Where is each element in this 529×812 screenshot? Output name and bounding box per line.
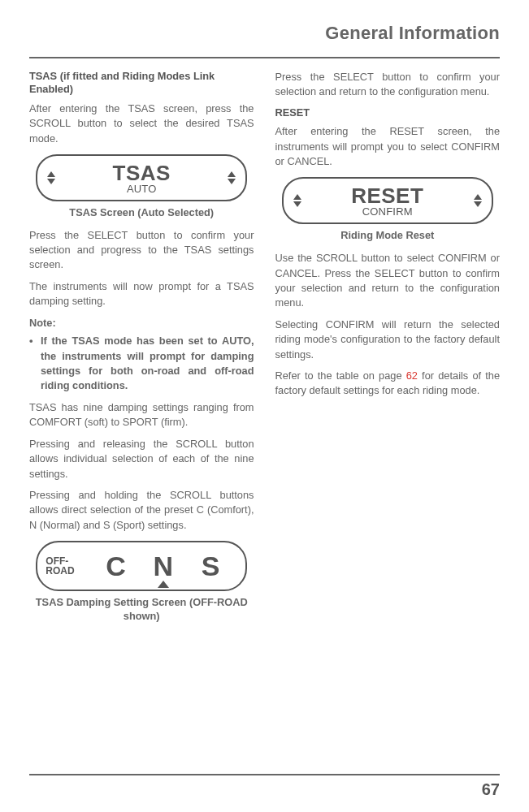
right-column: Press the SELECT button to confirm your … [275, 70, 501, 631]
tsas-heading: TSAS (if fitted and Riding Modes Link En… [29, 70, 254, 97]
arrow-up-icon [474, 194, 482, 200]
left-column: TSAS (if fitted and Riding Modes Link En… [29, 70, 254, 631]
tsas-lcd-screen: TSAS AUTO [36, 154, 247, 201]
page-title: General Information [29, 23, 500, 58]
selection-pointer-icon [158, 581, 169, 588]
reset-p3: Use the SCROLL button to select CONFIRM … [275, 251, 501, 311]
arrow-up-icon [47, 171, 55, 177]
tsas-p5: Pressing and releasing the SCROLL button… [29, 437, 254, 482]
scroll-arrows-left [47, 171, 55, 184]
right-p1: Press the SELECT button to confirm your … [275, 70, 501, 100]
arrow-down-icon [474, 201, 482, 207]
lcd-subtitle: CONFIRM [362, 206, 413, 217]
scroll-arrows-right [228, 171, 236, 184]
scroll-arrows-left [293, 194, 301, 207]
tsas-caption: TSAS Screen (Auto Selected) [29, 206, 254, 220]
note-text: If the TSAS mode has been set to AUTO, t… [41, 334, 254, 394]
preset-c: C [93, 546, 139, 586]
lcd-title: RESET [351, 185, 423, 206]
page-link[interactable]: 62 [406, 369, 418, 382]
preset-s: S [188, 546, 234, 586]
lcd-title: TSAS [113, 162, 171, 184]
lcd-subtitle: AUTO [127, 184, 157, 194]
arrow-up-icon [228, 171, 236, 177]
note-heading: Note: [29, 316, 254, 330]
cns-row: C N S [86, 546, 241, 586]
tsas-p3: The instruments will now prompt for a TS… [29, 279, 254, 309]
arrow-down-icon [293, 201, 301, 207]
damping-caption: TSAS Damping Setting Screen (OFF-ROAD sh… [29, 596, 254, 623]
bullet-icon: • [29, 334, 41, 394]
note-item: • If the TSAS mode has been set to AUTO,… [29, 334, 254, 394]
footer: 67 [29, 774, 500, 799]
reset-caption: Riding Mode Reset [275, 229, 501, 243]
tsas-p6: Pressing and holding the SCROLL buttons … [29, 488, 254, 533]
reset-lcd-screen: RESET CONFIRM [282, 177, 493, 224]
reset-p5: Refer to the table on page 62 for detail… [275, 369, 501, 399]
reset-heading: RESET [275, 106, 501, 119]
damping-lcd-screen: OFF- ROAD C N S [36, 541, 247, 591]
tsas-intro: After entering the TSAS screen, press th… [29, 102, 254, 146]
reset-p4: Selecting CONFIRM will return the select… [275, 317, 501, 362]
tsas-p4: TSAS has nine damping settings ranging f… [29, 400, 254, 430]
tsas-p2: Press the SELECT button to confirm your … [29, 228, 254, 273]
scroll-arrows-right [474, 194, 482, 207]
reset-p2: After entering the RESET screen, the ins… [275, 124, 501, 169]
arrow-down-icon [228, 179, 236, 184]
columns: TSAS (if fitted and Riding Modes Link En… [29, 70, 500, 631]
arrow-up-icon [293, 194, 301, 200]
page-number: 67 [482, 780, 500, 798]
reset-p5a: Refer to the table on page [275, 369, 406, 382]
arrow-down-icon [47, 179, 55, 184]
offroad-label: OFF- ROAD [46, 556, 81, 576]
